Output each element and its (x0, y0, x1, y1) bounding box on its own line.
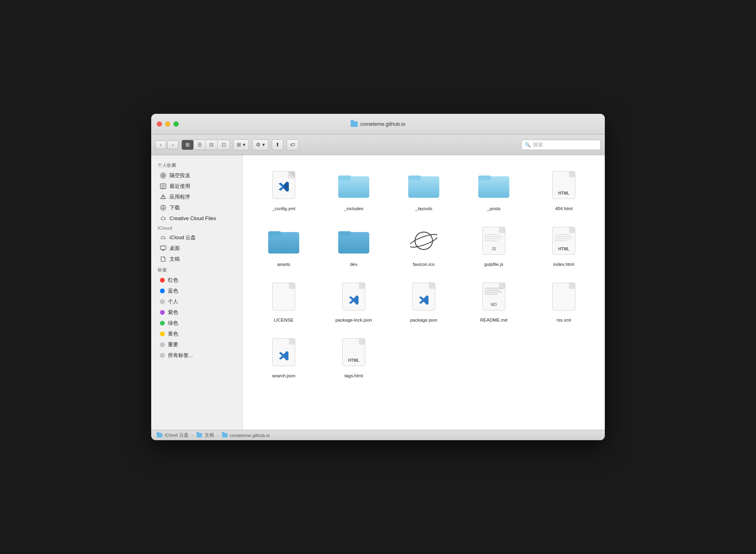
file-item-license[interactable]: LICENSE (251, 275, 317, 326)
file-item-rssxml[interactable]: rss.xml (531, 275, 597, 326)
sidebar-item-creative[interactable]: Creative Cloud Files (154, 213, 240, 223)
includes-folder-icon (338, 172, 369, 198)
vscode-pkgjson-icon (418, 294, 430, 306)
forward-icon: › (172, 142, 173, 148)
sidebar-item-tag-blue[interactable]: 蓝色 (154, 286, 240, 296)
desktop-label: 桌面 (170, 245, 180, 252)
rline3 (485, 292, 502, 293)
vscode-logo-icon (277, 180, 290, 193)
file-item-favicon[interactable]: favicon.ico (391, 219, 457, 271)
main-content: 个人收藏 隔空投送 (151, 155, 605, 430)
search-icon: 🔍 (525, 142, 531, 148)
html-label-inside-tags: HTML (348, 358, 359, 363)
search-input[interactable] (533, 142, 596, 148)
statusbar-icloud: iCloud 云盘 (165, 432, 189, 438)
doc-corner-tags (359, 339, 365, 345)
icloud-drive-icon (160, 234, 166, 241)
indexhtml-lines (555, 234, 573, 241)
pkglock-label: package-lock.json (335, 317, 372, 323)
gallery-view-button[interactable]: ⊡ (218, 140, 230, 150)
action-button[interactable]: ⚙ ▾ (252, 139, 269, 150)
share-button[interactable]: ⬆ (272, 139, 283, 150)
tag-important-label: 重要 (168, 341, 178, 348)
gulpfile-icon-wrap: JS (482, 222, 505, 259)
config-yml-label: _config.yml (272, 206, 295, 212)
vscode-pkglock-icon (348, 294, 360, 306)
icon-view-button[interactable]: ⊞ (182, 140, 194, 150)
readme-icon-wrap: MD (482, 278, 505, 315)
svg-rect-22 (338, 231, 351, 236)
assets-icon-wrap (268, 222, 299, 259)
assets-label: assets (277, 261, 290, 267)
line3 (485, 238, 501, 239)
sidebar: 个人收藏 隔空投送 (151, 155, 243, 430)
file-item-dev[interactable]: dev (321, 219, 387, 271)
404html-icon: HTML (552, 171, 575, 199)
recents-label: 最近使用 (170, 183, 190, 190)
sidebar-item-tag-all[interactable]: 所有标签... (154, 350, 240, 361)
status-docs-icon (197, 433, 202, 437)
downloads-label: 下载 (170, 204, 180, 211)
sidebar-item-tag-yellow[interactable]: 黄色 (154, 329, 240, 339)
grid-icon: ⊞ (185, 142, 190, 148)
back-button[interactable]: ‹ (155, 140, 166, 149)
sidebar-item-icloud-drive[interactable]: iCloud 云盘 (154, 232, 240, 243)
sidebar-item-desktop[interactable]: 桌面 (154, 243, 240, 254)
favicon-icon (409, 226, 438, 255)
dev-folder-icon (338, 228, 369, 254)
tag-blue-label: 蓝色 (168, 287, 178, 295)
tag-green-dot (160, 321, 165, 326)
maximize-button[interactable] (173, 121, 179, 127)
file-item-config-yml[interactable]: _config.yml (251, 163, 317, 215)
searchjson-icon-wrap (272, 334, 295, 371)
close-button[interactable] (157, 121, 162, 127)
file-item-pkglock[interactable]: package-lock.json (321, 275, 387, 326)
file-item-assets[interactable]: assets (251, 219, 317, 271)
tag-personal-label: 个人 (168, 298, 178, 305)
file-item-posts[interactable]: _posts (461, 163, 527, 215)
tag-red-dot (160, 278, 165, 283)
finder-window: cometeme.github.io ‹ › ⊞ ☰ ⊟ ⊡ (151, 114, 605, 440)
sidebar-item-tag-green[interactable]: 绿色 (154, 318, 240, 328)
svg-rect-18 (478, 176, 491, 180)
column-view-button[interactable]: ⊟ (206, 140, 218, 150)
forward-button[interactable]: › (167, 140, 178, 149)
apps-label: 应用程序 (170, 193, 190, 201)
sidebar-item-tag-purple[interactable]: 紫色 (154, 307, 240, 318)
svg-rect-9 (160, 246, 166, 250)
file-item-indexhtml[interactable]: HTML index.html (531, 219, 597, 271)
sidebar-item-downloads[interactable]: 下载 (154, 203, 240, 213)
arrange-button[interactable]: ⊞ ▾ (233, 139, 249, 150)
sidebar-item-recents[interactable]: 最近使用 (154, 181, 240, 191)
sidebar-item-documents[interactable]: 文稿 (154, 254, 240, 264)
list-view-button[interactable]: ☰ (194, 140, 206, 150)
doc-corner-gulp (499, 227, 505, 233)
404html-icon-wrap: HTML (552, 166, 575, 203)
titlebar: cometeme.github.io (151, 114, 605, 135)
line1 (485, 234, 499, 235)
search-box[interactable]: 🔍 (521, 140, 601, 150)
creative-label: Creative Cloud Files (170, 215, 216, 221)
readme-lines (485, 288, 503, 295)
minimize-button[interactable] (165, 121, 170, 127)
favicon-icon-wrap (409, 222, 438, 259)
sidebar-item-tag-personal[interactable]: 个人 (154, 297, 240, 307)
tag-button[interactable]: 🏷 (286, 139, 299, 150)
file-item-404html[interactable]: HTML 404.html (531, 163, 597, 215)
layouts-icon-wrap (408, 166, 439, 203)
rssxml-label: rss.xml (557, 317, 571, 323)
file-item-includes[interactable]: _includes (321, 163, 387, 215)
statusbar: iCloud 云盘 › 文稿 › cometeme.github.io (151, 430, 605, 440)
file-item-gulpfile[interactable]: JS gulpfile.js (461, 219, 527, 271)
tag-all-dot (160, 353, 165, 358)
sidebar-item-tag-red[interactable]: 红色 (154, 275, 240, 285)
sidebar-item-airdrop[interactable]: 隔空投送 (154, 170, 240, 181)
file-item-layouts[interactable]: _layouts (391, 163, 457, 215)
sidebar-item-tag-important[interactable]: 重要 (154, 339, 240, 350)
file-item-pkgjson[interactable]: package.json (391, 275, 457, 326)
file-item-tagshtml[interactable]: HTML tags.html (321, 330, 387, 382)
file-item-readme[interactable]: MD README.md (461, 275, 527, 326)
file-item-searchjson[interactable]: search.json (251, 330, 317, 382)
sidebar-item-apps[interactable]: 应用程序 (154, 192, 240, 202)
toolbar: ‹ › ⊞ ☰ ⊟ ⊡ ⊞ ▾ ⚙ ▾ (151, 135, 605, 155)
